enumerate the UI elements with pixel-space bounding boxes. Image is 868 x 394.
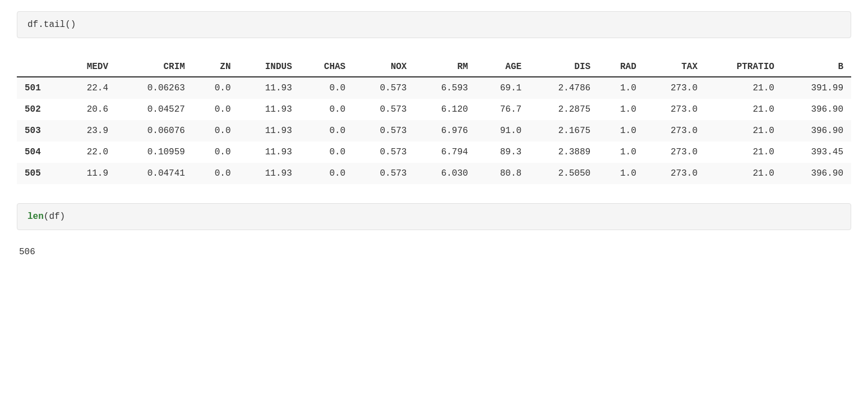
cell-rad: 1.0 <box>598 77 644 99</box>
cell-medv: 20.6 <box>63 99 116 120</box>
col-header-rad: RAD <box>598 57 644 77</box>
cell-chas: 0.0 <box>300 77 353 99</box>
cell-indus: 11.93 <box>239 163 300 184</box>
cell-chas: 0.0 <box>300 99 353 120</box>
cell-b: 396.90 <box>782 163 851 184</box>
cell-rm: 6.030 <box>414 163 475 184</box>
cell-dis: 2.5050 <box>529 163 598 184</box>
cell-medv: 22.0 <box>63 141 116 163</box>
cell-dis: 2.3889 <box>529 141 598 163</box>
cell-tax: 273.0 <box>644 77 705 99</box>
col-header-tax: TAX <box>644 57 705 77</box>
cell-age: 76.7 <box>476 99 529 120</box>
cell-chas: 0.0 <box>300 120 353 141</box>
cell-rm: 6.120 <box>414 99 475 120</box>
cell-tax: 273.0 <box>644 141 705 163</box>
table-row: 50511.90.047410.011.930.00.5736.03080.82… <box>17 163 851 184</box>
cell-crim: 0.10959 <box>116 141 193 163</box>
col-header-b: B <box>782 57 851 77</box>
cell-ptratio: 21.0 <box>705 163 782 184</box>
table-row: 50220.60.045270.011.930.00.5736.12076.72… <box>17 99 851 120</box>
cell-chas: 0.0 <box>300 163 353 184</box>
code-cell-2-parens: (df) <box>44 212 65 222</box>
cell-nox: 0.573 <box>353 120 414 141</box>
cell-nox: 0.573 <box>353 163 414 184</box>
dataframe-output: MEDV CRIM ZN INDUS CHAS NOX RM AGE DIS R… <box>17 52 851 190</box>
cell-rm: 6.976 <box>414 120 475 141</box>
cell-dis: 2.4786 <box>529 77 598 99</box>
cell-b: 391.99 <box>782 77 851 99</box>
cell-ptratio: 21.0 <box>705 99 782 120</box>
code-cell-1-text: df.tail() <box>27 20 76 30</box>
cell-ptratio: 21.0 <box>705 77 782 99</box>
cell-age: 80.8 <box>476 163 529 184</box>
table-header-row: MEDV CRIM ZN INDUS CHAS NOX RM AGE DIS R… <box>17 57 851 77</box>
table-row: 50323.90.060760.011.930.00.5736.97691.02… <box>17 120 851 141</box>
cell-b: 396.90 <box>782 99 851 120</box>
code-cell-1: df.tail() <box>17 11 851 38</box>
code-cell-2: len(df) <box>17 203 851 230</box>
col-header-ptratio: PTRATIO <box>705 57 782 77</box>
cell-crim: 0.06076 <box>116 120 193 141</box>
col-header-index <box>17 57 63 77</box>
cell-dis: 2.1675 <box>529 120 598 141</box>
cell-zn: 0.0 <box>193 141 239 163</box>
cell-age: 89.3 <box>476 141 529 163</box>
cell-crim: 0.04741 <box>116 163 193 184</box>
cell-index: 501 <box>17 77 63 99</box>
col-header-medv: MEDV <box>63 57 116 77</box>
table-row: 50422.00.109590.011.930.00.5736.79489.32… <box>17 141 851 163</box>
cell-index: 505 <box>17 163 63 184</box>
cell-age: 91.0 <box>476 120 529 141</box>
col-header-age: AGE <box>476 57 529 77</box>
table-row: 50122.40.062630.011.930.00.5736.59369.12… <box>17 77 851 99</box>
cell-tax: 273.0 <box>644 163 705 184</box>
cell-dis: 2.2875 <box>529 99 598 120</box>
cell-indus: 11.93 <box>239 120 300 141</box>
cell-crim: 0.04527 <box>116 99 193 120</box>
cell-indus: 11.93 <box>239 141 300 163</box>
cell-b: 396.90 <box>782 120 851 141</box>
cell-nox: 0.573 <box>353 77 414 99</box>
cell-indus: 11.93 <box>239 99 300 120</box>
cell-indus: 11.93 <box>239 77 300 99</box>
cell-nox: 0.573 <box>353 99 414 120</box>
cell-ptratio: 21.0 <box>705 141 782 163</box>
cell-tax: 273.0 <box>644 120 705 141</box>
cell-age: 69.1 <box>476 77 529 99</box>
cell-crim: 0.06263 <box>116 77 193 99</box>
cell-medv: 11.9 <box>63 163 116 184</box>
len-output: 506 <box>17 244 851 257</box>
cell-rm: 6.593 <box>414 77 475 99</box>
col-header-crim: CRIM <box>116 57 193 77</box>
col-header-rm: RM <box>414 57 475 77</box>
cell-zn: 0.0 <box>193 163 239 184</box>
col-header-chas: CHAS <box>300 57 353 77</box>
cell-rad: 1.0 <box>598 163 644 184</box>
cell-medv: 23.9 <box>63 120 116 141</box>
col-header-zn: ZN <box>193 57 239 77</box>
cell-rad: 1.0 <box>598 99 644 120</box>
cell-rad: 1.0 <box>598 141 644 163</box>
col-header-nox: NOX <box>353 57 414 77</box>
col-header-indus: INDUS <box>239 57 300 77</box>
cell-rm: 6.794 <box>414 141 475 163</box>
cell-tax: 273.0 <box>644 99 705 120</box>
cell-index: 504 <box>17 141 63 163</box>
cell-rad: 1.0 <box>598 120 644 141</box>
len-keyword: len <box>27 212 44 222</box>
cell-index: 502 <box>17 99 63 120</box>
cell-medv: 22.4 <box>63 77 116 99</box>
col-header-dis: DIS <box>529 57 598 77</box>
cell-index: 503 <box>17 120 63 141</box>
cell-chas: 0.0 <box>300 141 353 163</box>
cell-b: 393.45 <box>782 141 851 163</box>
cell-ptratio: 21.0 <box>705 120 782 141</box>
cell-zn: 0.0 <box>193 99 239 120</box>
dataframe-table: MEDV CRIM ZN INDUS CHAS NOX RM AGE DIS R… <box>17 57 851 184</box>
cell-zn: 0.0 <box>193 77 239 99</box>
cell-nox: 0.573 <box>353 141 414 163</box>
cell-zn: 0.0 <box>193 120 239 141</box>
